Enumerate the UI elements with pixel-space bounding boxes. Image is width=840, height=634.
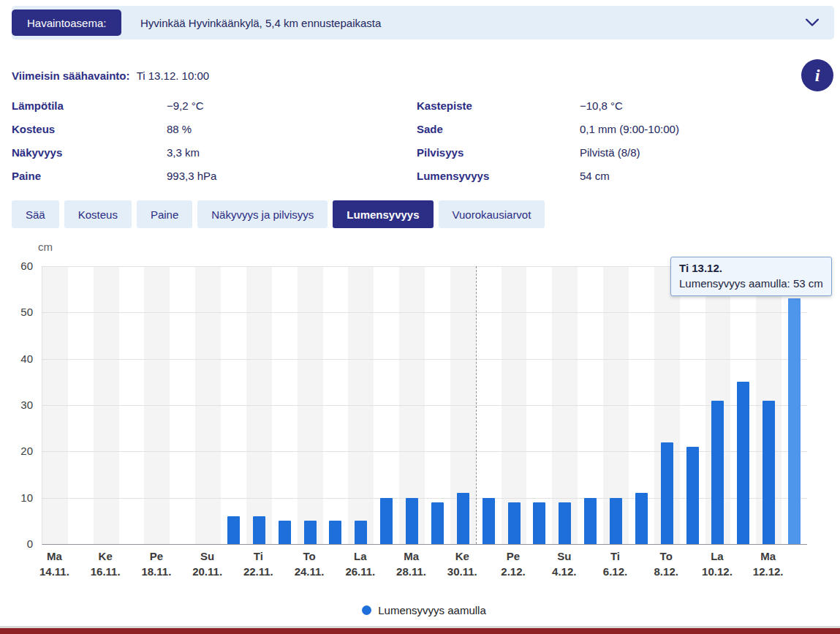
observation-value: 3,3 km — [167, 146, 417, 159]
observation-label: Näkyvyys — [12, 146, 167, 159]
tab-näkyvyys-ja-pilvisyys[interactable]: Näkyvyys ja pilvisyys — [197, 200, 328, 228]
chevron-down-icon — [806, 19, 819, 27]
observation-label: Pilvisyys — [417, 146, 580, 159]
snow-depth-bar[interactable] — [635, 493, 648, 544]
snow-depth-bar[interactable] — [584, 498, 597, 544]
y-axis-tick-label: 30 — [0, 398, 33, 412]
observation-label: Paine — [12, 170, 167, 182]
legend-label: Lumensyvyys aamulla — [378, 604, 486, 616]
legend-dot-icon — [362, 605, 371, 615]
snow-depth-bar[interactable] — [227, 516, 240, 544]
weather-observation-page: Havaintoasema: Hyvinkää Hyvinkäänkylä, 5… — [0, 0, 840, 634]
observation-label: Lumensyvyys — [417, 170, 580, 182]
tab-lumensyvyys[interactable]: Lumensyvyys — [333, 200, 433, 228]
snow-depth-bar[interactable] — [533, 502, 545, 544]
latest-observation-label: Viimeisin säähavainto: — [12, 69, 129, 82]
info-button[interactable]: i — [801, 59, 833, 91]
snow-depth-bar[interactable] — [711, 401, 724, 544]
y-axis-unit-label: cm — [38, 241, 53, 253]
tab-kosteus[interactable]: Kosteus — [64, 200, 132, 228]
observation-value: 0,1 mm (9:00-10:00) — [580, 123, 828, 135]
snow-depth-chart — [42, 266, 807, 545]
observation-label: Lämpötila — [12, 99, 167, 112]
observation-row: Paine993,3 hPaLumensyvyys54 cm — [12, 164, 828, 187]
footer-strip — [0, 628, 840, 634]
tab-sää[interactable]: Sää — [12, 200, 59, 228]
y-axis-tick-label: 50 — [0, 305, 33, 320]
observation-value: −10,8 °C — [580, 99, 828, 112]
tab-bar: SääKosteusPaineNäkyvyys ja pilvisyysLume… — [12, 200, 545, 228]
chart-gridline — [42, 359, 807, 360]
tooltip-title: Ti 13.12. — [679, 260, 823, 276]
station-value: Hyvinkää Hyvinkäänkylä, 5,4 km ennustepa… — [140, 17, 381, 29]
snow-depth-bar[interactable] — [279, 521, 291, 544]
snow-depth-bar[interactable] — [431, 502, 444, 544]
latest-observation-row: Viimeisin säähavainto: Ti 13.12. 10:00 — [12, 69, 209, 82]
snow-depth-bar[interactable] — [610, 498, 622, 544]
observation-label: Sade — [417, 123, 580, 135]
snow-depth-bar[interactable] — [661, 442, 673, 544]
snow-depth-bar[interactable] — [304, 521, 317, 544]
chart-tooltip: Ti 13.12. Lumensyvyys aamulla: 53 cm — [670, 257, 832, 296]
observation-value: 88 % — [167, 123, 417, 135]
snow-depth-bar[interactable] — [406, 498, 418, 544]
observation-label: Kastepiste — [417, 99, 580, 112]
observation-value: Pilvistä (8/8) — [580, 146, 828, 159]
tab-vuorokausiarvot[interactable]: Vuorokausiarvot — [439, 200, 545, 228]
snow-depth-bar[interactable] — [483, 498, 495, 544]
info-icon: i — [815, 67, 820, 84]
y-axis-tick-label: 40 — [0, 352, 33, 366]
observation-row: Lämpötila−9,2 °CKastepiste−10,8 °C — [12, 94, 828, 117]
snow-depth-bar[interactable] — [508, 502, 521, 544]
observation-value: 993,3 hPa — [167, 170, 417, 182]
snow-depth-bar[interactable] — [380, 498, 393, 544]
observation-row: Kosteus88 %Sade0,1 mm (9:00-10:00) — [12, 117, 828, 140]
observation-value: −9,2 °C — [167, 99, 417, 112]
snow-depth-bar[interactable] — [253, 516, 265, 544]
y-axis-tick-label: 60 — [0, 259, 33, 273]
y-axis-tick-label: 20 — [0, 444, 33, 458]
chart-gridline — [42, 405, 807, 406]
observations-grid: Lämpötila−9,2 °CKastepiste−10,8 °CKosteu… — [12, 94, 828, 187]
chart-gridline — [42, 312, 807, 313]
snow-depth-bar[interactable] — [737, 382, 749, 544]
snow-depth-bar[interactable] — [559, 502, 571, 544]
snow-depth-bar[interactable] — [686, 447, 699, 544]
station-selector[interactable]: Havaintoasema: Hyvinkää Hyvinkäänkylä, 5… — [12, 6, 834, 39]
latest-observation-time: Ti 13.12. 10:00 — [137, 69, 210, 82]
y-axis-tick-label: 10 — [0, 491, 33, 505]
snow-depth-bar[interactable] — [763, 401, 775, 544]
snow-depth-bar[interactable] — [788, 298, 801, 544]
observation-label: Kosteus — [12, 123, 167, 135]
tooltip-text: Lumensyvyys aamulla: 53 cm — [679, 276, 823, 291]
snow-depth-bar[interactable] — [355, 521, 367, 544]
chart-legend: Lumensyvyys aamulla — [42, 604, 806, 616]
observation-value: 54 cm — [580, 170, 828, 182]
snow-depth-bar[interactable] — [457, 493, 469, 544]
snow-depth-bar[interactable] — [329, 521, 341, 544]
tab-paine[interactable]: Paine — [137, 200, 192, 228]
observation-row: Näkyvyys3,3 kmPilvisyysPilvistä (8/8) — [12, 140, 828, 164]
station-label: Havaintoasema: — [12, 10, 121, 36]
month-divider-line — [476, 266, 477, 544]
x-axis-tick-label: Ma12.12. — [735, 548, 801, 579]
